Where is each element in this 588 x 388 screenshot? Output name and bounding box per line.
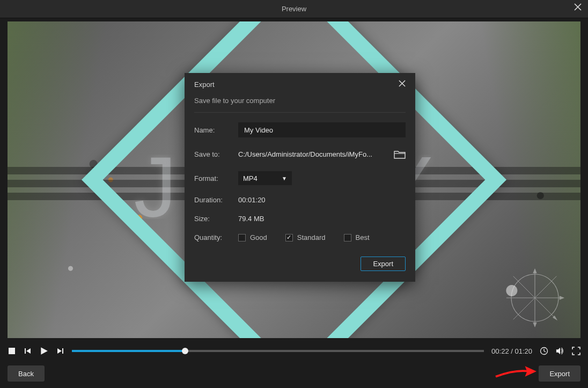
browse-folder-icon[interactable] — [394, 150, 406, 159]
play-icon[interactable] — [40, 347, 48, 355]
dialog-export-button[interactable]: Export — [361, 257, 406, 271]
quality-standard-label: Standard — [297, 233, 326, 241]
svg-rect-9 — [9, 348, 15, 354]
quality-standard[interactable]: Standard — [285, 233, 326, 241]
size-label: Size: — [194, 215, 233, 223]
quality-best[interactable]: Best — [344, 233, 370, 241]
progress-bar[interactable] — [72, 350, 484, 352]
step-forward-icon[interactable] — [56, 347, 64, 355]
format-value: MP4 — [243, 174, 258, 182]
time-display: 00:22 / 01:20 — [491, 347, 532, 355]
dialog-title: Export — [194, 80, 215, 89]
progress-knob[interactable] — [182, 348, 188, 354]
chevron-down-icon: ▼ — [282, 175, 287, 181]
svg-marker-16 — [556, 348, 560, 354]
saveto-path: C:/Users/Administrator/Documents/iMyFo..… — [238, 148, 388, 160]
svg-marker-14 — [57, 348, 62, 354]
svg-marker-12 — [41, 347, 48, 355]
format-select[interactable]: MP4 ▼ — [238, 171, 292, 185]
progress-fill — [72, 350, 185, 352]
checkbox-icon — [344, 234, 351, 241]
footer: Back Export — [8, 365, 580, 382]
duration-value: 00:01:20 — [238, 196, 266, 204]
quality-best-label: Best — [356, 233, 370, 241]
name-input[interactable] — [238, 122, 406, 137]
export-button[interactable]: Export — [539, 365, 580, 382]
window-title: Preview — [282, 5, 306, 13]
quality-good[interactable]: Good — [238, 233, 267, 241]
duration-label: Duration: — [194, 196, 233, 204]
name-label: Name: — [194, 126, 233, 134]
clock-icon[interactable] — [540, 347, 548, 355]
step-back-icon[interactable] — [24, 347, 32, 355]
stop-icon[interactable] — [8, 347, 16, 355]
svg-marker-11 — [26, 348, 31, 354]
size-value: 79.4 MB — [238, 215, 264, 223]
player-controls: 00:22 / 01:20 — [8, 342, 580, 360]
quality-label: Quantity: — [194, 233, 233, 241]
quality-good-label: Good — [250, 233, 267, 241]
window-close-icon[interactable] — [574, 3, 582, 13]
checkbox-checked-icon — [285, 234, 293, 241]
dialog-subtitle: Save file to your computer — [194, 94, 406, 113]
export-dialog: Export Save file to your computer Name: … — [185, 73, 415, 282]
fullscreen-icon[interactable] — [572, 347, 580, 355]
dialog-close-icon[interactable] — [399, 79, 406, 89]
title-bar: Preview — [0, 0, 588, 18]
svg-rect-10 — [25, 348, 26, 354]
saveto-label: Save to: — [194, 150, 233, 158]
svg-rect-13 — [62, 348, 63, 354]
back-button[interactable]: Back — [8, 365, 45, 382]
checkbox-icon — [238, 234, 246, 241]
format-label: Format: — [194, 174, 233, 182]
volume-icon[interactable] — [556, 347, 564, 355]
